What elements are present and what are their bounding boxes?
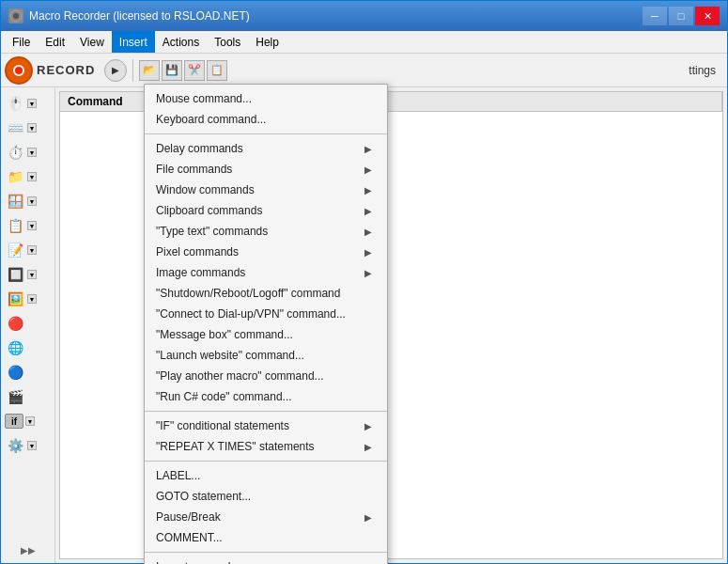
dropdown-separator-21 <box>145 552 387 553</box>
close-button[interactable]: ✕ <box>695 7 720 25</box>
dropdown-item-playmacro-command[interactable]: "Play another macro" command... <box>145 366 387 386</box>
sidebar-icon-keyboard[interactable]: ⌨️ <box>5 118 25 138</box>
title-bar-controls: ─ □ ✕ <box>643 7 720 25</box>
toolbar-icon-4[interactable]: 📋 <box>207 60 227 81</box>
dropdown-item-goto[interactable]: GOTO statement... <box>145 486 387 507</box>
record-icon <box>13 65 24 76</box>
toolbar-separator <box>132 59 133 82</box>
dropdown-item-image-commands[interactable]: Image commands▶ <box>145 262 387 283</box>
dropdown-item-repeat-statements[interactable]: "REPEAT X TIMES" statements▶ <box>145 436 387 457</box>
menu-view[interactable]: View <box>72 31 112 53</box>
sidebar-row-clipboard: 📋 ▼ <box>1 213 54 238</box>
dropdown-item-clipboard-commands[interactable]: Clipboard commands▶ <box>145 200 387 221</box>
minimize-button[interactable]: ─ <box>643 7 667 25</box>
dropdown-item-window-commands[interactable]: Window commands▶ <box>145 180 387 200</box>
sidebar-icon-pixel[interactable]: 🔲 <box>5 264 25 285</box>
dropdown-item-label-pixel-commands: Pixel commands <box>156 245 239 258</box>
menu-file[interactable]: File <box>5 31 38 53</box>
sidebar-icon-delay[interactable]: ⏱️ <box>5 142 25 163</box>
sidebar-icon-macro[interactable]: 🔵 <box>5 362 25 383</box>
insert-dropdown-menu: Mouse command...Keyboard command...Delay… <box>144 84 388 564</box>
dropdown-item-label-repeat-statements: "REPEAT X TIMES" statements <box>156 440 315 453</box>
dropdown-item-import-macro[interactable]: Import a saved macro... <box>145 556 387 564</box>
dropdown-item-arrow-repeat-statements: ▶ <box>364 442 372 452</box>
sidebar-arrow-file[interactable]: ▼ <box>27 172 37 181</box>
sidebar-arrow-clipboard[interactable]: ▼ <box>27 221 37 230</box>
dropdown-item-pause-break[interactable]: Pause/Break▶ <box>145 507 387 527</box>
sidebar-icon-record[interactable]: 🔴 <box>5 313 25 334</box>
dropdown-item-file-commands[interactable]: File commands▶ <box>145 159 387 180</box>
dropdown-item-delay-commands[interactable]: Delay commands▶ <box>145 138 387 159</box>
dropdown-item-shutdown-command[interactable]: "Shutdown/Reboot/Logoff" command <box>145 283 387 304</box>
menu-help[interactable]: Help <box>248 31 287 53</box>
app-icon <box>8 8 23 24</box>
dropdown-item-messagebox-command[interactable]: "Message box" command... <box>145 324 387 345</box>
maximize-button[interactable]: □ <box>669 7 693 25</box>
dropdown-item-keyboard-command[interactable]: Keyboard command... <box>145 109 387 130</box>
sidebar-icon-movie[interactable]: 🎬 <box>5 386 25 407</box>
menu-edit[interactable]: Edit <box>38 31 72 53</box>
sidebar-icon-web[interactable]: 🌐 <box>5 337 25 358</box>
sidebar-icon-image[interactable]: 🖼️ <box>5 289 25 309</box>
sidebar-arrow-if[interactable]: ▼ <box>25 416 35 426</box>
toolbar-icon-2[interactable]: 💾 <box>162 60 182 81</box>
main-window: Macro Recorder (licensed to RSLOAD.NET) … <box>0 0 728 564</box>
sidebar-row-image: 🖼️ ▼ <box>1 287 54 311</box>
dropdown-item-dialup-command[interactable]: "Connect to Dial-up/VPN" command... <box>145 304 387 324</box>
dropdown-item-arrow-pause-break: ▶ <box>364 512 372 523</box>
sidebar-arrow-window[interactable]: ▼ <box>27 196 37 206</box>
sidebar-arrow-keyboard[interactable]: ▼ <box>27 123 37 133</box>
sidebar-row-keyboard: ⌨️ ▼ <box>1 116 54 140</box>
dropdown-item-pixel-commands[interactable]: Pixel commands▶ <box>145 242 387 262</box>
dropdown-item-label-image-commands: Image commands <box>156 266 245 279</box>
menu-tools[interactable]: Tools <box>207 31 248 53</box>
toolbar-icon-3[interactable]: ✂️ <box>184 60 205 81</box>
sidebar-icon-clipboard[interactable]: 📋 <box>5 215 25 236</box>
title-bar: Macro Recorder (licensed to RSLOAD.NET) … <box>1 1 727 31</box>
menu-actions[interactable]: Actions <box>155 31 207 53</box>
dropdown-item-type-text-commands[interactable]: "Type text" commands▶ <box>145 221 387 242</box>
sidebar-icon-text[interactable]: 📝 <box>5 240 25 260</box>
record-button[interactable] <box>5 56 33 85</box>
play-button[interactable]: ▶ <box>104 59 127 82</box>
dropdown-item-label[interactable]: LABEL... <box>145 465 387 486</box>
sidebar-icon-settings[interactable]: ⚙️ <box>5 435 25 456</box>
dropdown-item-label-pause-break: Pause/Break <box>156 510 221 524</box>
sidebar-row-text: 📝 ▼ <box>1 238 54 262</box>
sidebar-arrow-settings[interactable]: ▼ <box>27 441 37 450</box>
sidebar-row-movie: 🎬 <box>1 384 54 409</box>
dropdown-separator-15 <box>145 411 387 412</box>
record-label: RECORD <box>37 63 95 77</box>
toolbar-icon-1[interactable]: 📂 <box>139 60 160 81</box>
dropdown-item-label-clipboard-commands: Clipboard commands <box>156 204 262 217</box>
dropdown-item-label-shutdown-command: "Shutdown/Reboot/Logoff" command <box>156 287 340 300</box>
menu-bar: File Edit View Insert Actions Tools Help… <box>1 31 727 54</box>
dropdown-item-mouse-command[interactable]: Mouse command... <box>145 88 387 109</box>
sidebar-arrow-delay[interactable]: ▼ <box>27 148 37 157</box>
dropdown-item-label-dialup-command: "Connect to Dial-up/VPN" command... <box>156 307 346 321</box>
dropdown-item-label-playmacro-command: "Play another macro" command... <box>156 369 324 383</box>
sidebar-row-mouse: 🖱️ ▼ <box>1 91 54 116</box>
menu-insert[interactable]: Insert <box>112 31 155 53</box>
sidebar-icon-file[interactable]: 📁 <box>5 166 25 187</box>
sidebar-row-record: 🔴 <box>1 311 54 336</box>
sidebar-icon-if[interactable]: if <box>5 414 23 429</box>
sidebar-icon-mouse[interactable]: 🖱️ <box>5 93 25 114</box>
sidebar-row-settings: ⚙️ ▼ <box>1 433 54 458</box>
sidebar-arrow-text[interactable]: ▼ <box>27 245 37 255</box>
dropdown-item-launchwebsite-command[interactable]: "Launch website" command... <box>145 345 387 366</box>
dropdown-item-comment[interactable]: COMMENT... <box>145 527 387 548</box>
sidebar-arrow-image[interactable]: ▼ <box>27 294 37 304</box>
sidebar-row-web: 🌐 <box>1 336 54 360</box>
settings-label: ttings <box>689 64 723 77</box>
dropdown-item-label-import-macro: Import a saved macro... <box>156 560 274 564</box>
dropdown-item-label-comment: COMMENT... <box>156 531 223 544</box>
sidebar-icon-window[interactable]: 🪟 <box>5 191 25 212</box>
sidebar-arrow-mouse[interactable]: ▼ <box>27 99 37 108</box>
dropdown-item-if-statements[interactable]: "IF" conditional statements▶ <box>145 415 387 436</box>
dropdown-item-runcsharp-command[interactable]: "Run C# code" command... <box>145 386 387 407</box>
sidebar-bottom-arrow[interactable]: ▶▶ <box>1 545 54 559</box>
dropdown-item-arrow-window-commands: ▶ <box>364 185 372 196</box>
sidebar-arrow-pixel[interactable]: ▼ <box>27 270 37 279</box>
dropdown-item-label-if-statements: "IF" conditional statements <box>156 419 289 432</box>
